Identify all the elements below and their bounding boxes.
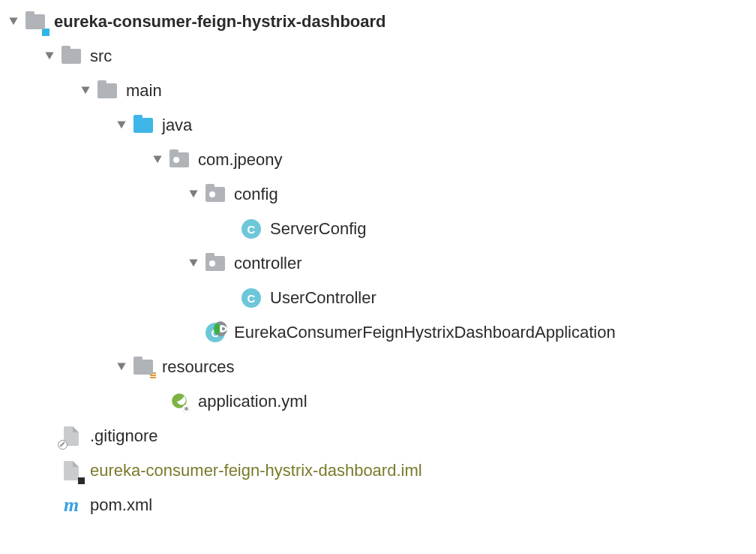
- expand-chevron-icon[interactable]: [111, 120, 132, 131]
- tree-row[interactable]: config: [3, 177, 756, 212]
- package-folder-icon: [204, 183, 226, 206]
- maven-pom-icon: m: [60, 494, 82, 516]
- tree-item-label: ServerConfig: [270, 219, 366, 239]
- tree-item-label: java: [162, 116, 192, 135]
- tree-item-label: config: [234, 185, 278, 204]
- tree-row[interactable]: application.yml: [3, 384, 756, 419]
- expand-chevron-icon[interactable]: [111, 362, 132, 372]
- tree-item-label: controller: [234, 254, 302, 273]
- expand-chevron-icon[interactable]: [183, 189, 204, 200]
- iml-file-icon: [60, 459, 82, 482]
- svg-marker-7: [117, 363, 125, 370]
- folder-icon: [60, 45, 82, 68]
- svg-marker-0: [9, 17, 17, 25]
- tree-item-label: eureka-consumer-feign-hystrix-dashboard: [54, 12, 386, 32]
- gitignore-file-icon: [60, 425, 82, 447]
- tree-row[interactable]: CEurekaConsumerFeignHystrixDashboardAppl…: [3, 315, 756, 350]
- folder-icon: [96, 80, 118, 102]
- spring-config-icon: [168, 390, 190, 413]
- project-tree: eureka-consumer-feign-hystrix-dashboards…: [0, 0, 756, 522]
- tree-item-label: pom.xml: [90, 495, 152, 515]
- expand-chevron-icon[interactable]: [3, 17, 24, 27]
- tree-row[interactable]: CUserController: [3, 281, 756, 315]
- tree-item-label: application.yml: [198, 392, 308, 411]
- tree-item-label: resources: [162, 357, 235, 377]
- tree-item-label: .gitignore: [90, 426, 158, 446]
- svg-marker-4: [153, 155, 161, 163]
- tree-row[interactable]: mpom.xml: [3, 488, 756, 522]
- resources-folder-icon: [132, 356, 154, 378]
- tree-row[interactable]: eureka-consumer-feign-hystrix-dashboard.…: [3, 453, 756, 488]
- package-folder-icon: [204, 252, 226, 275]
- source-folder-icon: [132, 114, 154, 137]
- tree-row[interactable]: main: [3, 74, 756, 108]
- svg-marker-2: [81, 86, 89, 94]
- runnable-class-icon: C: [204, 321, 226, 344]
- tree-row[interactable]: .gitignore: [3, 419, 756, 453]
- svg-marker-5: [189, 190, 197, 197]
- package-folder-icon: [168, 149, 190, 171]
- java-class-icon: C: [240, 218, 262, 240]
- tree-row[interactable]: src: [3, 39, 756, 74]
- tree-row[interactable]: resources: [3, 350, 756, 384]
- svg-marker-6: [189, 259, 197, 266]
- tree-row[interactable]: CServerConfig: [3, 212, 756, 246]
- tree-item-label: eureka-consumer-feign-hystrix-dashboard.…: [90, 461, 422, 480]
- tree-item-label: EurekaConsumerFeignHystrixDashboardAppli…: [234, 323, 616, 342]
- module-folder-icon: [24, 11, 46, 33]
- svg-marker-1: [45, 52, 53, 59]
- tree-row[interactable]: com.jpeony: [3, 143, 756, 177]
- svg-marker-3: [117, 121, 125, 128]
- tree-item-label: main: [126, 81, 162, 101]
- java-class-icon: C: [240, 287, 262, 309]
- tree-item-label: com.jpeony: [198, 150, 283, 170]
- expand-chevron-icon[interactable]: [183, 258, 204, 269]
- tree-row[interactable]: controller: [3, 246, 756, 281]
- tree-row[interactable]: java: [3, 108, 756, 143]
- expand-chevron-icon[interactable]: [75, 86, 96, 96]
- tree-row[interactable]: eureka-consumer-feign-hystrix-dashboard: [3, 5, 756, 39]
- tree-item-label: src: [90, 47, 112, 66]
- tree-item-label: UserController: [270, 288, 376, 308]
- expand-chevron-icon[interactable]: [147, 155, 168, 165]
- expand-chevron-icon[interactable]: [39, 51, 60, 62]
